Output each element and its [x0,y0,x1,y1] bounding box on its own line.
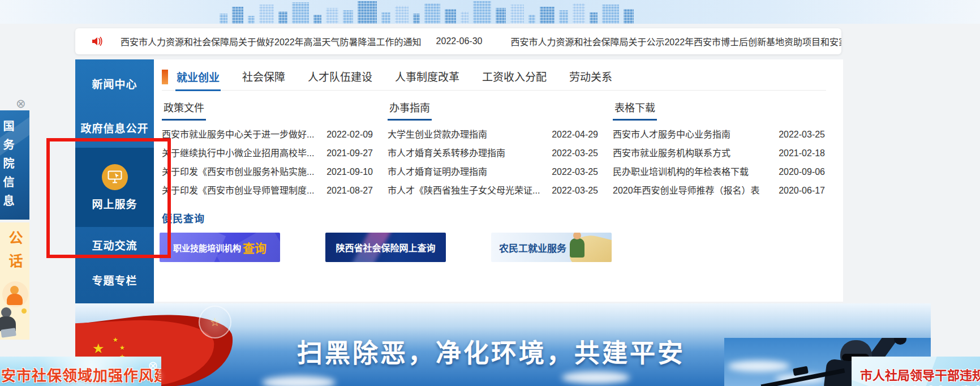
column-form-downloads: 表格下载 西安市人才服务中心业务指南 2022-03-25 西安市就业服务机构联… [613,100,825,200]
sidebar-item-label: 互动交流 [92,237,137,252]
banner-training-org-query[interactable]: 职业技能培训机构 查询 [160,233,280,262]
list-item-title[interactable]: 西安市人才服务中心业务指南 [613,125,730,144]
banner-social-insurance-query[interactable]: 陕西省社会保险网上查询 [325,233,446,262]
main-content-panel: 就业创业 社会保障 人才队伍建设 人事制度改革 工资收入分配 劳动关系 政策文件… [154,59,843,302]
download-list: 西安市人才服务中心业务指南 2022-03-25 西安市就业服务机构联系方式 2… [613,125,825,200]
list-item-title[interactable]: 2020年西安创业导师推荐（报名）表 [613,181,760,200]
anti-crime-banner[interactable]: ★ ★ ★ ★ ★ ☆ 扫黑除恶，净化环境，共建平安 [75,303,931,386]
list-item: 关于印发《西安市创业服务补贴实施... 2021-09-10 [162,162,373,181]
list-item-date: 2022-02-09 [326,125,373,144]
ticker-item-1-date: 2022-06-30 [436,36,483,46]
list-item-title[interactable]: 市人才《陕西省独生子女父母光荣证... [388,181,540,200]
list-item: 关于继续执行中小微企业招用高校毕... 2021-09-27 [162,144,373,162]
list-item: 关于印发《西安市创业导师管理制度... 2021-08-27 [162,181,373,200]
column-header[interactable]: 办事指南 [388,100,432,121]
banner-slogan: 扫黑除恶，净化环境，共建平安 [297,333,685,370]
banner-highlight-text: 查询 [243,239,267,256]
list-item-title[interactable]: 关于继续执行中小微企业招用高校毕... [162,144,314,162]
bottom-right-popup[interactable]: 市人社局领导干部违规 干预建设和矿产开发专项整治 [852,357,980,386]
list-item-date: 2022-03-25 [552,144,598,162]
policy-list: 西安市就业服务中心关于进一步做好... 2022-02-09 关于继续执行中小微… [162,125,373,200]
cityscape-graphic [0,0,980,24]
sidebar-item-label: 政府信息公开 [80,120,148,135]
list-item-date: 2022-04-29 [552,125,598,144]
list-item-date: 2021-09-10 [326,162,373,181]
banner-text: 农民工就业服务 [499,241,566,255]
list-item-date: 2022-03-25 [552,162,598,181]
star-icon: ★ [119,344,125,351]
list-item: 大学生创业贷款办理指南 2022-04-29 [388,125,598,144]
close-icon[interactable]: ⊗ [16,97,26,109]
column-service-guide: 办事指南 大学生创业贷款办理指南 2022-04-29 市人才婚育关系转移办理指… [388,100,598,200]
tab-wage-distribution[interactable]: 工资收入分配 [481,63,548,91]
list-item: 西安市就业服务中心关于进一步做好... 2022-02-09 [162,125,373,144]
banner-text: 陕西省社会保险网上查询 [336,241,435,254]
list-item-title[interactable]: 市人才婚育关系转移办理指南 [388,144,505,162]
list-item: 西安市人才服务中心业务指南 2022-03-25 [613,125,825,144]
column-policy-documents: 政策文件 西安市就业服务中心关于进一步做好... 2022-02-09 关于继续… [162,100,373,200]
list-item: 2020年西安创业导师推荐（报名）表 2020-06-17 [613,181,825,200]
guide-list: 大学生创业贷款办理指南 2022-04-29 市人才婚育关系转移办理指南 202… [388,125,598,200]
cloud-graphic [562,371,630,384]
tab-talent-team[interactable]: 人才队伍建设 [307,63,373,91]
list-item-date: 2020-09-06 [779,162,825,181]
list-item-date: 2021-02-18 [779,144,825,162]
sidebar-item-label: 新闻中心 [92,76,137,91]
popup-text-line1: 市人社局领导干部违规 [860,365,980,383]
list-item-date: 2022-03-25 [779,125,825,144]
list-item: 市人才《陕西省独生子女父母光荣证... 2022-03-25 [388,181,598,200]
sidebar-item-interaction[interactable]: 互动交流 [75,227,154,262]
column-header[interactable]: 表格下载 [613,100,657,121]
gov-info-vertical-label: 国务院信息 [0,117,29,216]
close-icon[interactable]: ⊗ [148,359,158,371]
list-item-date: 2022-03-25 [552,181,598,200]
ticker-item-2-title[interactable]: 西安市人力资源和社会保障局关于公示2022年西安市博士后创新基地资助项目和安家 [510,35,841,48]
list-item: 民办职业培训机构的年检表格下载 2020-09-06 [613,162,825,181]
speaker-icon [91,36,102,46]
list-item-title[interactable]: 民办职业培训机构的年检表格下载 [613,162,749,181]
tab-labor-relations[interactable]: 劳动关系 [568,63,613,91]
sidebar-item-gov-info[interactable]: 政府信息公开 [75,107,154,148]
main-sidebar: 新闻中心 政府信息公开 网上服务 互动交流 专题专栏 [75,59,154,325]
list-item-date: 2021-08-27 [326,181,373,200]
list-item-date: 2021-09-27 [326,144,373,162]
quick-query-heading: 便民查询 [162,211,826,225]
monitor-icon [102,164,128,190]
banner-migrant-worker-service[interactable]: 农民工就业服务 [491,233,612,262]
list-item: 市人才婚育关系转移办理指南 2022-03-25 [388,144,598,162]
building-shapes [220,1,634,24]
list-item-title[interactable]: 市人才婚育证明办理指南 [388,162,487,181]
list-item-title[interactable]: 西安市就业服务机构联系方式 [613,144,730,162]
sidebar-item-label: 网上服务 [92,196,137,211]
emblem-icon: ☆ [199,306,231,338]
tab-employment[interactable]: 就业创业 [175,64,221,91]
star-icon: ★ [92,341,105,357]
tab-social-security[interactable]: 社会保障 [241,63,286,91]
column-header[interactable]: 政策文件 [162,100,206,121]
list-item: 市人才婚育证明办理指南 2022-03-25 [388,162,598,181]
cloud-graphic [728,361,790,372]
farmer-graphic [570,238,584,258]
sidebar-item-special-topics[interactable]: 专题专栏 [75,262,154,297]
bottom-left-popup[interactable]: 安市社保领域加强作风建 ⊗ [0,357,161,386]
cloud-graphic [262,376,336,386]
tab-marker-icon [162,70,168,84]
hotline-widget[interactable]: 公话 [0,222,29,340]
list-item: 西安市就业服务机构联系方式 2021-02-18 [613,144,825,162]
hotline-vertical-label: 公话 [5,230,25,277]
list-item-title[interactable]: 西安市就业服务中心关于进一步做好... [162,125,314,144]
sidebar-item-news-center[interactable]: 新闻中心 [75,59,154,107]
banner-text: 职业技能培训机构 [173,242,241,254]
ticker-item-1-title[interactable]: 西安市人力资源和社会保障局关于做好2022年高温天气防暑降温工作的通知 [121,35,422,48]
content-columns: 政策文件 西安市就业服务中心关于进一步做好... 2022-02-09 关于继续… [162,100,826,200]
gov-info-widget[interactable]: 国务院信息 [0,110,29,220]
decor-dot [22,308,27,314]
sidebar-item-label: 专题专栏 [92,272,137,288]
list-item-title[interactable]: 关于印发《西安市创业服务补贴实施... [162,162,314,181]
sidebar-item-online-services[interactable]: 网上服务 [75,148,154,227]
laptop-graphic [1,328,16,337]
list-item-title[interactable]: 大学生创业贷款办理指南 [388,125,487,144]
tab-personnel-reform[interactable]: 人事制度改革 [394,63,461,91]
list-item-title[interactable]: 关于印发《西安市创业导师管理制度... [162,181,314,200]
news-ticker: 西安市人力资源和社会保障局关于做好2022年高温天气防暑降温工作的通知 2022… [75,28,841,54]
